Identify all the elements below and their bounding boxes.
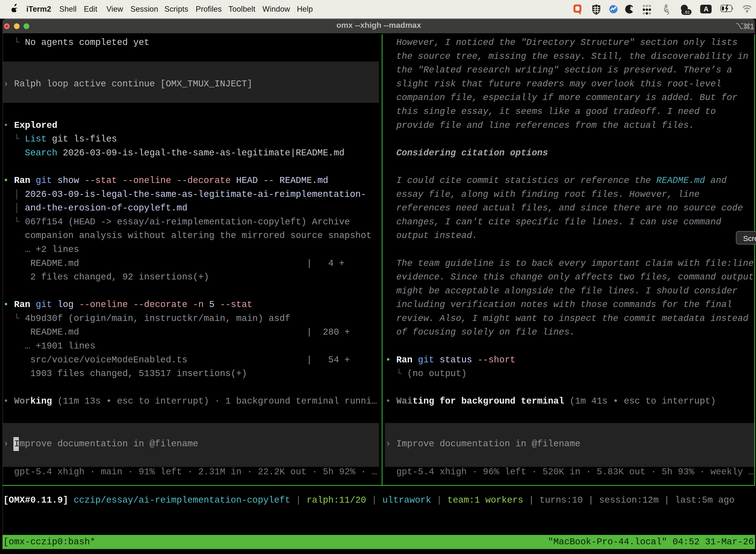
svg-text:1: 1 [750,22,754,31]
svg-text:..61: ..61 [683,10,690,15]
svg-text:A: A [704,5,709,13]
